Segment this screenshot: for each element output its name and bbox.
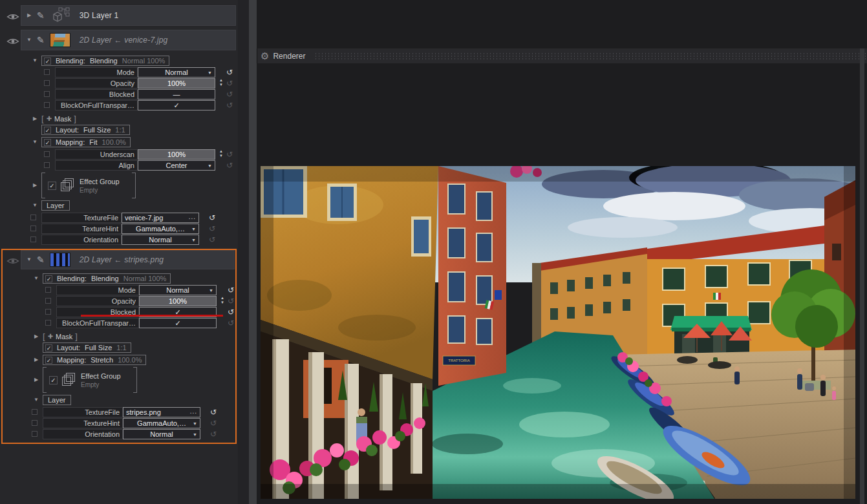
animation-checkbox[interactable] — [30, 236, 36, 242]
layout-section-header[interactable]: ✓ Layout: Full Size 1:1 — [43, 342, 131, 353]
drag-texture[interactable] — [314, 52, 866, 60]
layer-row-stripes[interactable]: ▼ ✎ 2D Layer ← stripes.png — [21, 250, 235, 269]
reset-icon[interactable]: ↺ — [208, 235, 216, 245]
effect-group-checkbox[interactable]: ✓ — [49, 376, 58, 384]
expand-arrow-icon[interactable]: ▶ — [31, 180, 39, 191]
animation-checkbox[interactable] — [32, 431, 37, 437]
collapse-arrow-icon[interactable]: ▼ — [25, 255, 33, 265]
reset-icon[interactable]: ↺ — [226, 67, 233, 78]
texturehint-dropdown[interactable]: GammaAuto,…▼ — [122, 224, 199, 234]
collapse-arrow-icon[interactable]: ▼ — [31, 56, 39, 66]
expand-arrow-icon[interactable]: ▶ — [25, 10, 33, 21]
mask-add-row[interactable]: ▶ [ ✚ Mask ] — [31, 114, 76, 123]
mode-dropdown[interactable]: Normal▼ — [138, 67, 215, 78]
property-row-block-on-full-transparency: BlockOnFullTranspar… ✓ ↺ — [1, 318, 239, 328]
effect-group-block[interactable]: ✓ Effect Group Empty — [43, 367, 137, 393]
animation-checkbox[interactable] — [44, 91, 50, 97]
animation-checkbox[interactable] — [44, 162, 50, 168]
align-dropdown[interactable]: Center▼ — [138, 160, 215, 171]
collapse-arrow-icon[interactable]: ▼ — [25, 35, 33, 45]
animation-checkbox[interactable] — [30, 215, 36, 220]
reset-icon[interactable]: ↺ — [227, 307, 235, 317]
layer-section-header[interactable]: Layer — [43, 395, 71, 405]
reset-icon[interactable]: ↺ — [226, 100, 233, 110]
layer-row-3d[interactable]: ▶ ✎ 3D Layer 1 — [21, 5, 236, 26]
animation-checkbox[interactable] — [44, 80, 50, 86]
section-checkbox[interactable]: ✓ — [45, 275, 52, 282]
chevron-down-icon: ▼ — [193, 430, 197, 439]
reset-icon[interactable]: ↺ — [226, 89, 233, 100]
expand-arrow-icon[interactable]: ▶ — [32, 375, 40, 385]
animation-checkbox[interactable] — [45, 320, 51, 326]
reset-icon[interactable]: ↺ — [227, 296, 235, 306]
expand-arrow-icon[interactable]: ▶ — [32, 355, 40, 365]
renderer-header[interactable]: ⚙ Renderer — [257, 48, 867, 63]
layer-section-header[interactable]: Layer — [41, 200, 70, 211]
orientation-dropdown[interactable]: Normal▼ — [123, 429, 200, 439]
collapse-arrow-icon[interactable]: ▼ — [32, 273, 40, 284]
blending-section-header[interactable]: ✓ Blending: Blending Normal 100% — [41, 56, 169, 66]
opacity-field[interactable]: 100% — [139, 296, 217, 306]
blocked-toggle[interactable]: — — [138, 89, 215, 100]
texturefile-field[interactable]: stripes.png... — [123, 407, 200, 417]
mode-dropdown[interactable]: Normal▼ — [139, 285, 217, 295]
collapse-arrow-icon[interactable]: ▼ — [31, 137, 39, 147]
browse-button[interactable]: ... — [190, 408, 197, 415]
animation-checkbox[interactable] — [45, 287, 51, 293]
mask-add-row[interactable]: ▶ [ ✚ Mask ] — [32, 331, 78, 341]
section-name: Blending: — [57, 275, 87, 282]
block-on-full-transparency-toggle[interactable]: ✓ — [139, 318, 217, 328]
block-on-full-transparency-toggle[interactable]: ✓ — [138, 100, 215, 110]
reset-icon[interactable]: ↺ — [208, 224, 216, 234]
animation-checkbox[interactable] — [32, 420, 37, 426]
section-checkbox[interactable]: ✓ — [44, 127, 51, 134]
section-checkbox[interactable]: ✓ — [44, 58, 51, 65]
mapping-section-header[interactable]: ✓ Mapping: Fit 100.0% — [41, 137, 131, 147]
reset-icon[interactable]: ↺ — [208, 213, 216, 223]
visibility-eye-icon[interactable] — [6, 37, 19, 46]
animation-checkbox[interactable] — [30, 226, 36, 231]
edit-pencil-icon[interactable]: ✎ — [37, 35, 45, 45]
scrollbar-track[interactable] — [860, 48, 864, 504]
underscan-field[interactable]: 100% — [138, 149, 215, 160]
reset-icon[interactable]: ↺ — [209, 407, 217, 417]
reset-icon[interactable]: ↺ — [227, 318, 235, 328]
texturefile-field[interactable]: venice-7.jpg... — [122, 213, 199, 223]
reset-icon[interactable]: ↺ — [226, 149, 233, 160]
edit-pencil-icon[interactable]: ✎ — [37, 10, 45, 21]
reset-icon[interactable]: ↺ — [226, 160, 233, 171]
spinner-control[interactable]: ▲▼ — [218, 78, 224, 89]
expand-arrow-icon[interactable]: ▶ — [31, 114, 39, 124]
spinner-control[interactable]: ▲▼ — [219, 296, 226, 306]
orientation-dropdown[interactable]: Normal▼ — [122, 235, 199, 245]
mapping-section-header[interactable]: ✓ Mapping: Stretch 100.0% — [43, 355, 146, 365]
section-checkbox[interactable]: ✓ — [45, 357, 52, 364]
layout-section-header[interactable]: ✓ Layout: Full Size 1:1 — [41, 125, 130, 135]
layer-row-venice[interactable]: ▼ ✎ 2D Layer ← venice-7.jpg — [21, 30, 236, 50]
edit-pencil-icon[interactable]: ✎ — [37, 255, 45, 265]
animation-checkbox[interactable] — [44, 151, 50, 157]
animation-checkbox[interactable] — [45, 309, 51, 315]
collapse-arrow-icon[interactable]: ▼ — [31, 200, 39, 211]
animation-checkbox[interactable] — [45, 298, 51, 304]
expand-arrow-icon[interactable]: ▶ — [32, 331, 40, 342]
panel-splitter[interactable] — [249, 0, 257, 504]
visibility-eye-icon[interactable] — [6, 12, 19, 21]
spinner-control[interactable]: ▲▼ — [218, 149, 224, 160]
texturehint-dropdown[interactable]: GammaAuto,…▼ — [123, 418, 200, 428]
reset-icon[interactable]: ↺ — [209, 418, 217, 428]
animation-checkbox[interactable] — [44, 69, 50, 75]
animation-checkbox[interactable] — [44, 102, 50, 108]
effect-group-checkbox[interactable]: ✓ — [48, 182, 56, 190]
reset-icon[interactable]: ↺ — [226, 78, 233, 89]
section-checkbox[interactable]: ✓ — [44, 139, 51, 146]
section-checkbox[interactable]: ✓ — [45, 344, 52, 352]
reset-icon[interactable]: ↺ — [209, 429, 217, 439]
opacity-field[interactable]: 100% — [138, 78, 215, 89]
blending-section-header[interactable]: ✓ Blending: Blending Normal 100% — [43, 273, 171, 284]
animation-checkbox[interactable] — [32, 409, 37, 415]
reset-icon[interactable]: ↺ — [227, 285, 235, 295]
collapse-arrow-icon[interactable]: ▼ — [32, 395, 40, 405]
effect-group-block[interactable]: ✓ Effect Group Empty — [41, 173, 136, 198]
browse-button[interactable]: ... — [189, 213, 196, 221]
